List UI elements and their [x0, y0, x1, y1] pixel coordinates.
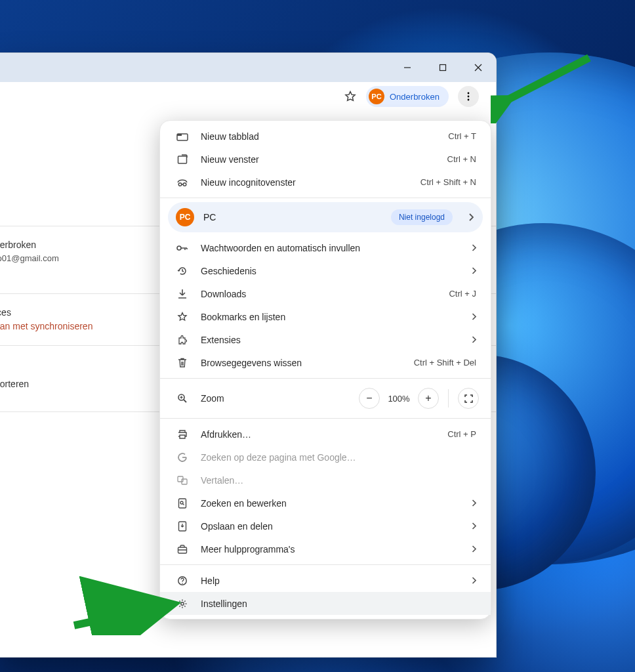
menu-new-window[interactable]: Nieuw venster Ctrl + N [160, 148, 491, 171]
svg-point-26 [181, 602, 184, 604]
browser-menu-button[interactable] [458, 86, 479, 107]
menu-profile-avatar: PC [176, 208, 194, 226]
profile-chip[interactable]: PC Onderbroken [366, 86, 449, 107]
menu-print-label: Afdrukken… [201, 429, 436, 440]
menu-separator [160, 198, 491, 198]
separator [448, 389, 449, 408]
toolbox-icon [176, 545, 189, 554]
menu-separator [160, 418, 491, 419]
menu-settings-label: Instellingen [201, 598, 476, 609]
svg-line-21 [183, 503, 184, 505]
menu-history[interactable]: Geschiedenis [160, 259, 491, 282]
menu-new-incognito[interactable]: Nieuw incognitovenster Ctrl + Shift + N [160, 171, 491, 194]
menu-find-edit-label: Zoeken en bewerken [201, 498, 460, 509]
menu-passwords-label: Wachtwoorden en automatisch invullen [201, 243, 460, 253]
menu-new-incognito-shortcut: Ctrl + Shift + N [420, 177, 476, 187]
menu-clear-data-shortcut: Ctrl + Shift + Del [414, 358, 476, 368]
window-titlebar[interactable] [0, 53, 496, 82]
svg-rect-6 [177, 134, 182, 136]
fullscreen-icon [464, 394, 473, 403]
window-icon [176, 154, 189, 165]
chevron-right-icon [472, 244, 476, 251]
help-icon [176, 576, 189, 586]
menu-profile-name: PC [203, 212, 382, 222]
fullscreen-button[interactable] [458, 388, 479, 409]
menu-clear-data[interactable]: Browsegegevens wissen Ctrl + Shift + Del [160, 351, 491, 374]
kebab-icon [463, 91, 474, 102]
find-icon [176, 498, 189, 509]
menu-bookmarks-label: Bookmarks en lijsten [201, 312, 460, 322]
menu-clear-data-label: Browsegegevens wissen [201, 358, 402, 368]
menu-profile-row[interactable]: PC PC Niet ingelogd [168, 202, 483, 232]
menu-downloads[interactable]: Downloads Ctrl + J [160, 282, 491, 305]
menu-search-page-label: Zoeken op deze pagina met Google… [201, 452, 476, 463]
menu-find-edit[interactable]: Zoeken en bewerken [160, 492, 491, 514]
chevron-right-icon [472, 522, 476, 530]
menu-new-tab-label: Nieuw tabblad [201, 131, 436, 142]
menu-translate: Vertalen… [160, 469, 491, 492]
menu-separator [160, 378, 491, 379]
menu-new-incognito-label: Nieuw incognitovenster [201, 177, 409, 188]
window-maximize-button[interactable] [425, 53, 461, 82]
svg-point-2 [468, 93, 470, 94]
menu-save-share[interactable]: Opslaan en delen [160, 514, 491, 537]
svg-rect-7 [178, 156, 187, 163]
print-icon [176, 429, 189, 440]
trash-icon [176, 358, 189, 368]
svg-point-3 [468, 96, 470, 98]
menu-print[interactable]: Afdrukken… Ctrl + P [160, 423, 491, 446]
menu-save-share-label: Opslaan en delen [201, 521, 460, 532]
extension-icon [176, 335, 189, 345]
menu-extensions-label: Extensies [201, 335, 460, 345]
profile-avatar: PC [369, 89, 384, 104]
menu-translate-label: Vertalen… [201, 475, 476, 486]
star-icon [344, 90, 357, 103]
menu-more-tools-label: Meer hulpprogramma's [201, 544, 460, 555]
chevron-right-icon [472, 313, 476, 320]
zoom-in-button[interactable]: + [418, 388, 439, 409]
gear-icon [176, 598, 189, 609]
incognito-icon [176, 178, 189, 187]
svg-point-20 [180, 501, 183, 504]
menu-new-tab-shortcut: Ctrl + T [448, 131, 476, 141]
menu-help-label: Help [201, 576, 460, 586]
browser-toolbar: PC Onderbroken [0, 82, 496, 112]
svg-rect-1 [440, 65, 446, 71]
chevron-right-icon [472, 267, 476, 274]
chevron-right-icon [468, 213, 474, 221]
menu-print-shortcut: Ctrl + P [447, 429, 476, 439]
menu-new-tab[interactable]: Nieuw tabblad Ctrl + T [160, 125, 491, 148]
menu-search-page: Zoeken op deze pagina met Google… [160, 446, 491, 469]
translate-icon [176, 475, 189, 486]
menu-extensions[interactable]: Extensies [160, 328, 491, 351]
menu-settings[interactable]: Instellingen [160, 592, 491, 615]
menu-downloads-label: Downloads [201, 289, 437, 299]
svg-point-8 [178, 182, 182, 186]
menu-help[interactable]: Help [160, 569, 491, 592]
key-icon [176, 244, 189, 252]
bookmark-star-button[interactable] [341, 87, 359, 106]
svg-point-9 [183, 182, 186, 186]
menu-zoom-label: Zoom [201, 393, 347, 404]
chevron-right-icon [472, 577, 476, 584]
save-icon [176, 521, 189, 532]
svg-point-4 [468, 99, 470, 101]
menu-downloads-shortcut: Ctrl + J [449, 289, 476, 299]
import-label: porteren [0, 379, 29, 389]
svg-point-25 [182, 583, 183, 584]
menu-separator [160, 564, 491, 565]
menu-passwords[interactable]: Wachtwoorden en automatisch invullen [160, 236, 491, 259]
window-minimize-button[interactable] [390, 53, 425, 82]
menu-new-window-label: Nieuw venster [201, 154, 436, 165]
chevron-right-icon [472, 545, 476, 553]
menu-zoom: Zoom − 100% + [160, 383, 491, 414]
star-icon [176, 312, 189, 322]
menu-history-label: Geschiedenis [201, 266, 460, 276]
menu-more-tools[interactable]: Meer hulpprogramma's [160, 537, 491, 560]
window-close-button[interactable] [461, 53, 496, 82]
zoom-value: 100% [384, 394, 414, 404]
menu-bookmarks[interactable]: Bookmarks en lijsten [160, 305, 491, 328]
download-icon [176, 289, 189, 299]
browser-menu: Nieuw tabblad Ctrl + T Nieuw venster Ctr… [159, 120, 491, 620]
zoom-out-button[interactable]: − [359, 388, 380, 409]
